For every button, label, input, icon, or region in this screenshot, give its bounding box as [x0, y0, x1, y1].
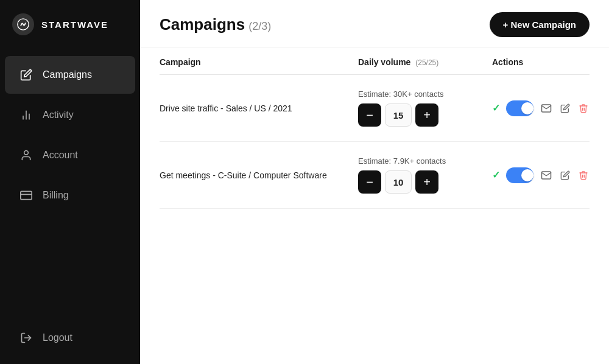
- logo-icon: [12, 13, 34, 35]
- table-header: Campaign Daily volume (25/25) Actions: [160, 47, 590, 75]
- svg-rect-5: [21, 191, 32, 199]
- estimate-text: Estimate: 30K+ contacts: [358, 89, 492, 99]
- email-button[interactable]: [540, 102, 553, 115]
- campaign-count: (2/3): [248, 20, 271, 32]
- campaign-name: Get meetings - C-Suite / Computer Softwa…: [160, 170, 358, 180]
- col-actions-header: Actions: [492, 57, 590, 67]
- pencil-icon: [560, 103, 570, 113]
- bar-chart-icon: [19, 108, 33, 122]
- decrement-button[interactable]: −: [358, 170, 381, 194]
- delete-button[interactable]: [577, 102, 590, 114]
- stepper: − 10 +: [358, 170, 492, 194]
- col-daily-header: Daily volume (25/25): [358, 57, 492, 67]
- email-icon: [541, 170, 552, 181]
- edit-button[interactable]: [559, 102, 571, 114]
- daily-volume-cell: Estimate: 30K+ contacts − 15 +: [358, 89, 492, 127]
- sidebar-item-account[interactable]: Account: [5, 136, 135, 174]
- logo-text: STARTWAVE: [41, 19, 108, 30]
- sidebar-logo: STARTWAVE: [0, 0, 140, 49]
- campaign-name: Drive site traffic - Sales / US / 2021: [160, 103, 358, 113]
- svg-point-4: [24, 151, 29, 155]
- sidebar-item-label: Account: [43, 150, 78, 161]
- pencil-icon: [560, 170, 570, 180]
- sidebar-item-label: Campaigns: [43, 69, 92, 80]
- increment-button[interactable]: +: [415, 103, 438, 127]
- estimate-text: Estimate: 7.9K+ contacts: [358, 156, 492, 166]
- check-icon: ✓: [492, 169, 500, 181]
- toggle-thumb: [521, 102, 533, 114]
- col-campaign-header: Campaign: [160, 57, 358, 67]
- main-content: Campaigns(2/3) + New Campaign Campaign D…: [140, 0, 609, 364]
- sidebar-item-label: Activity: [43, 110, 74, 121]
- sidebar-item-logout[interactable]: Logout: [5, 319, 135, 357]
- page-title: Campaigns(2/3): [160, 15, 271, 34]
- sidebar-item-billing[interactable]: Billing: [5, 177, 135, 214]
- actions-cell: ✓: [492, 100, 590, 116]
- trash-icon: [579, 170, 588, 180]
- actions-cell: ✓: [492, 167, 590, 183]
- decrement-button[interactable]: −: [358, 103, 381, 127]
- trash-icon: [579, 103, 588, 113]
- delete-button[interactable]: [577, 169, 590, 181]
- stepper-value: 15: [385, 103, 412, 127]
- new-campaign-button[interactable]: + New Campaign: [490, 12, 590, 37]
- stepper-value: 10: [385, 170, 412, 194]
- daily-sub: (25/25): [415, 58, 438, 67]
- campaign-table: Campaign Daily volume (25/25) Actions Dr…: [140, 47, 609, 209]
- table-row: Get meetings - C-Suite / Computer Softwa…: [160, 142, 590, 209]
- stepper: − 15 +: [358, 103, 492, 127]
- edit-button[interactable]: [559, 169, 571, 181]
- sidebar-item-label: Billing: [43, 190, 69, 201]
- daily-volume-cell: Estimate: 7.9K+ contacts − 10 +: [358, 156, 492, 194]
- main-header: Campaigns(2/3) + New Campaign: [140, 0, 609, 47]
- email-button[interactable]: [540, 169, 553, 182]
- sidebar-item-activity[interactable]: Activity: [5, 96, 135, 134]
- sidebar-item-label: Logout: [43, 332, 72, 343]
- edit-icon: [19, 68, 33, 82]
- user-icon: [19, 149, 33, 162]
- toggle-thumb: [521, 169, 533, 181]
- logout-icon: [19, 331, 33, 345]
- sidebar: STARTWAVE Campaigns Activity: [0, 0, 140, 364]
- increment-button[interactable]: +: [415, 170, 438, 194]
- toggle-switch[interactable]: [506, 167, 533, 183]
- card-icon: [19, 189, 33, 202]
- sidebar-item-campaigns[interactable]: Campaigns: [5, 56, 135, 94]
- sidebar-nav: Campaigns Activity Account: [0, 49, 140, 364]
- toggle-switch[interactable]: [506, 100, 533, 116]
- email-icon: [541, 103, 552, 114]
- table-row: Drive site traffic - Sales / US / 2021 E…: [160, 75, 590, 142]
- check-icon: ✓: [492, 102, 500, 114]
